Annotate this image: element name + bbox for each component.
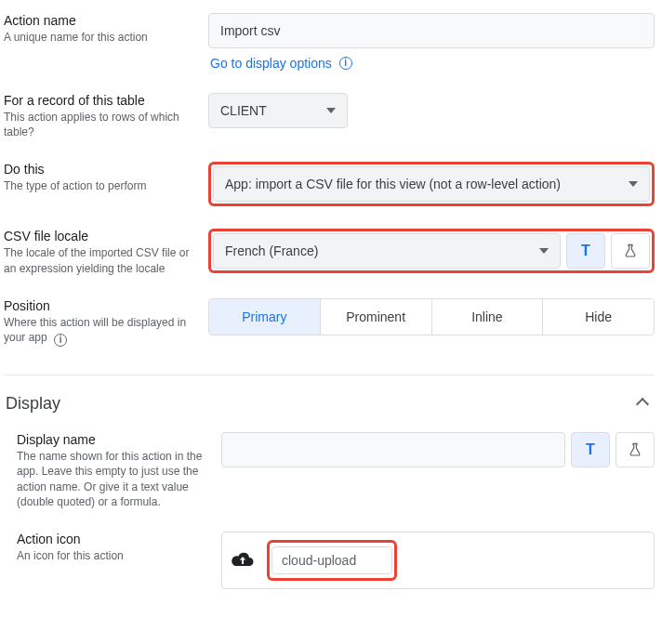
action-name-label: Action name <box>4 13 195 28</box>
table-select-value: CLIENT <box>220 103 267 118</box>
table-label: For a record of this table <box>4 93 195 108</box>
action-icon-label: Action icon <box>17 532 208 546</box>
action-icon-highlight: cloud-upload <box>267 540 397 581</box>
csv-locale-highlight: French (France) T <box>208 229 655 273</box>
table-select[interactable]: CLIENT <box>208 93 348 128</box>
csv-locale-label: CSV file locale <box>4 229 195 243</box>
do-this-select[interactable]: App: import a CSV file for this view (no… <box>213 166 650 202</box>
flask-icon-button[interactable] <box>611 233 650 269</box>
display-section-title: Display <box>6 394 60 414</box>
position-inline[interactable]: Inline <box>432 299 544 335</box>
position-segmented: Primary Prominent Inline Hide <box>208 298 655 335</box>
info-icon[interactable]: i <box>339 57 352 70</box>
flask-icon <box>628 442 642 457</box>
chevron-down-icon <box>629 181 638 187</box>
position-prominent[interactable]: Prominent <box>321 299 432 335</box>
position-primary[interactable]: Primary <box>209 299 321 335</box>
do-this-label: Do this <box>4 162 195 177</box>
do-this-desc: The type of action to perform <box>4 178 195 193</box>
text-mode-button[interactable]: T <box>571 432 610 467</box>
chevron-up-icon <box>636 398 649 411</box>
csv-locale-value: French (France) <box>225 243 318 258</box>
action-icon-search[interactable]: cloud-upload <box>271 546 392 574</box>
csv-locale-desc: The locale of the imported CSV file or a… <box>4 245 195 275</box>
action-name-desc: A unique name for this action <box>4 30 195 45</box>
flask-icon-button[interactable] <box>616 432 655 467</box>
table-desc: This action applies to rows of which tab… <box>4 110 195 139</box>
position-label: Position <box>4 298 195 313</box>
action-name-input[interactable]: Import csv <box>208 13 655 48</box>
display-name-input[interactable] <box>221 432 565 467</box>
chevron-down-icon <box>326 108 336 113</box>
position-hide[interactable]: Hide <box>543 299 654 335</box>
chevron-down-icon <box>539 248 549 254</box>
display-options-link[interactable]: Go to display options <box>210 56 332 71</box>
display-section-header[interactable]: Display <box>4 375 655 427</box>
display-name-desc: The name shown for this action in the ap… <box>17 449 208 509</box>
cloud-upload-icon <box>230 550 256 571</box>
display-name-label: Display name <box>17 432 208 447</box>
do-this-value: App: import a CSV file for this view (no… <box>225 177 561 191</box>
info-icon[interactable]: i <box>54 334 67 347</box>
csv-locale-select[interactable]: French (France) <box>213 233 561 269</box>
flask-icon <box>623 243 638 258</box>
action-icon-box: cloud-upload <box>221 532 655 589</box>
text-mode-button[interactable]: T <box>566 233 605 269</box>
position-desc: Where this action will be displayed in y… <box>4 315 195 345</box>
action-icon-desc: An icon for this action <box>17 548 208 563</box>
do-this-highlight: App: import a CSV file for this view (no… <box>208 162 655 206</box>
